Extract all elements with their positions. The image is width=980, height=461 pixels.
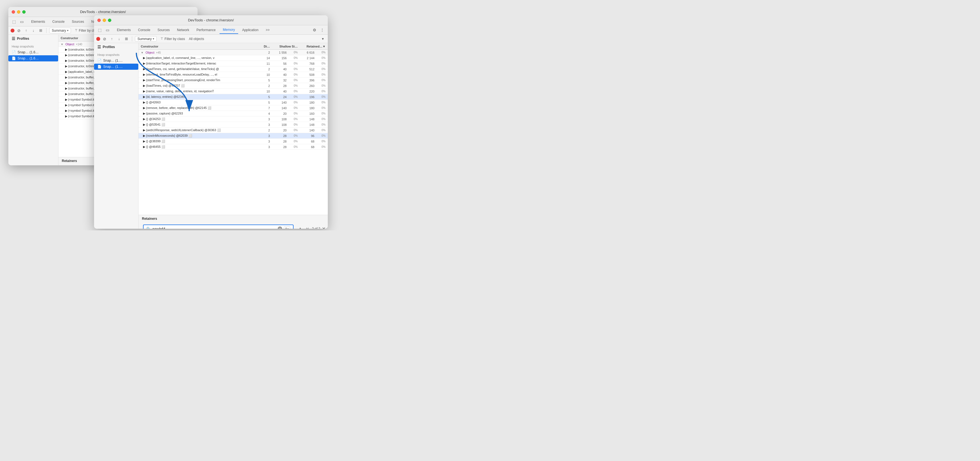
row-sp: 0% <box>286 90 298 93</box>
inspect-icon-2[interactable]: ⬚ <box>96 27 103 33</box>
tab-memory-2[interactable]: Memory <box>220 26 238 34</box>
tab-network-2[interactable]: Network <box>173 26 192 33</box>
download-btn-2[interactable]: ↓ <box>116 36 122 42</box>
table-row[interactable]: ▶ {webUIResponse, webUIListenerCallback}… <box>138 128 328 133</box>
tab-console-1[interactable]: Console <box>49 18 68 25</box>
fullscreen-button-2[interactable] <box>108 19 111 22</box>
snap2-item-1[interactable]: 📄 Snap… (1.6… <box>8 55 58 62</box>
snap1-item-1[interactable]: 📄 Snap… (1.6… <box>8 49 58 55</box>
search-clear-btn-2[interactable]: ✕ <box>278 227 282 229</box>
nav-up-btn-2[interactable]: ∧ <box>298 226 303 229</box>
row-sp: 0% <box>286 129 298 132</box>
count-badge-2: ×45 <box>156 51 161 54</box>
row-retained: 160 <box>298 112 314 115</box>
profiles-title-1: ☰ Profiles <box>8 35 58 43</box>
table-row[interactable]: ▶ {} @34253 ⬜ 3 108 0% 148 0% <box>138 116 328 122</box>
row-rp: 0% <box>314 117 326 120</box>
more-toolbar-2[interactable]: ▾ <box>320 36 326 42</box>
retainers-input-2[interactable] <box>153 227 276 229</box>
tab-elements-1[interactable]: Elements <box>28 18 48 25</box>
tab-more-2[interactable]: >> <box>262 26 273 33</box>
table-row[interactable]: ▶ {startTime, processingStart, processin… <box>138 78 328 83</box>
table-row[interactable]: ▶ {application_label, cl, command_line, … <box>138 55 328 61</box>
close-button-2[interactable] <box>97 19 101 22</box>
tab-performance-2[interactable]: Performance <box>193 26 219 33</box>
clear2-btn-1[interactable]: ⊞ <box>38 28 43 33</box>
profiles-label-1: Profiles <box>17 37 29 41</box>
device-icon-2[interactable]: ▭ <box>104 27 111 33</box>
row-shallow: 28 <box>270 84 286 87</box>
profiles-label-2: Profiles <box>103 45 115 49</box>
nowInMicroseconds-row[interactable]: ▶ {nowInMicroseconds} @62039 ⬜ 3 28 0% 9… <box>138 133 328 139</box>
snap1-label-1: Snap… (1.6… <box>18 50 39 54</box>
snap1-item-2[interactable]: 📄 Snap… (1…. <box>94 57 138 63</box>
sidebar-icon-2: ☰ <box>97 45 101 49</box>
row-sp: 0% <box>286 79 298 82</box>
table-row[interactable]: ▶ {} @46455 ⬜ 3 28 0% 68 0% <box>138 144 328 150</box>
more-icon-2[interactable]: ⋮ <box>319 27 326 33</box>
row-sp: 0% <box>286 145 298 148</box>
row-sp: 0% <box>286 62 298 65</box>
row-shallow: 140 <box>270 101 286 104</box>
highlighted-row[interactable]: ▶ {id, latency, entries} @62345 5 24 0% … <box>138 94 328 100</box>
fullscreen-button-1[interactable] <box>22 10 25 14</box>
tab-application-2[interactable]: Application <box>239 26 262 33</box>
row-dist: 3 <box>258 140 270 143</box>
record-stop-btn-1[interactable] <box>11 29 14 33</box>
table-row[interactable]: ▶ {loadTimes, csi, send, getVariableValu… <box>138 67 328 72</box>
tab-sources-1[interactable]: Sources <box>68 18 88 25</box>
upload-btn-2[interactable]: ↑ <box>109 36 115 42</box>
object-group-row-2[interactable]: ▼ Object ×45 2 1 556 0% 6 616 0% <box>138 50 328 55</box>
download-btn-1[interactable]: ↓ <box>30 28 36 33</box>
row-rp: 0% <box>314 84 326 87</box>
summary-dropdown-1[interactable]: Summary ▾ <box>49 28 71 33</box>
traffic-lights-1 <box>12 10 25 14</box>
upload-btn-1[interactable]: ↑ <box>23 28 29 33</box>
tab-elements-2[interactable]: Elements <box>113 26 134 33</box>
search-close-btn-2[interactable]: ✕ <box>322 226 326 229</box>
close-button-1[interactable] <box>12 10 15 14</box>
obj-label-2: Object <box>146 51 154 54</box>
row-text: ▶ {} @46455 ⬜ <box>143 145 258 149</box>
filter-btn-2[interactable]: ⊤ Filter by class <box>158 36 187 41</box>
table-row[interactable]: ▶ {interactionTarget, interactionTargetE… <box>138 61 328 67</box>
row-text: ▶ {} @38399 ⬜ <box>143 139 258 143</box>
table-row[interactable]: ▶ {element, timeToFirstByte, resourceLoa… <box>138 72 328 78</box>
table-row[interactable]: ▶ {remove, before, after, replaceWith} @… <box>138 105 328 111</box>
snap1-icon-2: 📄 <box>97 59 102 63</box>
snap1-icon-1: 📄 <box>12 50 16 54</box>
table-row[interactable]: ▶ {} @42663 5 140 0% 180 0% <box>138 100 328 105</box>
record-stop-btn-2[interactable] <box>96 37 100 41</box>
table-row[interactable]: ▶ {} @38399 ⬜ 3 28 0% 68 0% <box>138 139 328 144</box>
device-icon[interactable]: ▭ <box>18 18 25 25</box>
clear-btn-2[interactable]: ⊘ <box>102 36 107 42</box>
search-count-2: 2 of 2 <box>312 227 320 229</box>
group-retained-2: 6 616 <box>298 51 314 54</box>
table-row[interactable]: ▶ {name, value, rating, delta, entries, … <box>138 89 328 94</box>
snap2-item-2[interactable]: 📄 Snap… (1…. <box>94 63 138 70</box>
row-rp: 0% <box>314 95 326 98</box>
summary-dropdown-2[interactable]: Summary ▾ <box>135 36 157 42</box>
snap2-icon-1: 📄 <box>12 56 16 60</box>
settings-icon-2[interactable]: ⚙ <box>311 27 318 33</box>
minimize-button-2[interactable] <box>103 19 106 22</box>
nav-down-btn-2[interactable]: ∨ <box>305 226 310 229</box>
aa-btn-2[interactable]: Aa <box>284 227 290 229</box>
row-shallow: 40 <box>270 90 286 93</box>
inspect-icon[interactable]: ⬚ <box>11 18 17 25</box>
row-sp: 0% <box>286 117 298 120</box>
table-row[interactable]: ▶ {passive, capture} @62293 4 20 0% 160 … <box>138 111 328 116</box>
clear-btn-1[interactable]: ⊘ <box>16 28 22 33</box>
row-rp: 0% <box>314 101 326 104</box>
row-shallow: 28 <box>270 140 286 143</box>
retainers-header-2: Retainers <box>138 215 328 222</box>
minimize-button-1[interactable] <box>17 10 20 14</box>
tab-console-2[interactable]: Console <box>135 26 154 33</box>
tab-sources-2[interactable]: Sources <box>154 26 173 33</box>
row-dist: 7 <box>258 106 270 110</box>
table-row[interactable]: ▶ {} @53541 ⬜ 3 108 0% 148 0% <box>138 122 328 128</box>
row-dist: 3 <box>258 145 270 149</box>
table-row[interactable]: ▶ {loadTimes, csi} @49707 ⬜ 2 28 0% 260 … <box>138 83 328 89</box>
retainers-search-bar-2[interactable]: 🔍 ✕ Aa <box>143 225 294 229</box>
clear2-btn-2[interactable]: ⊞ <box>124 36 129 42</box>
